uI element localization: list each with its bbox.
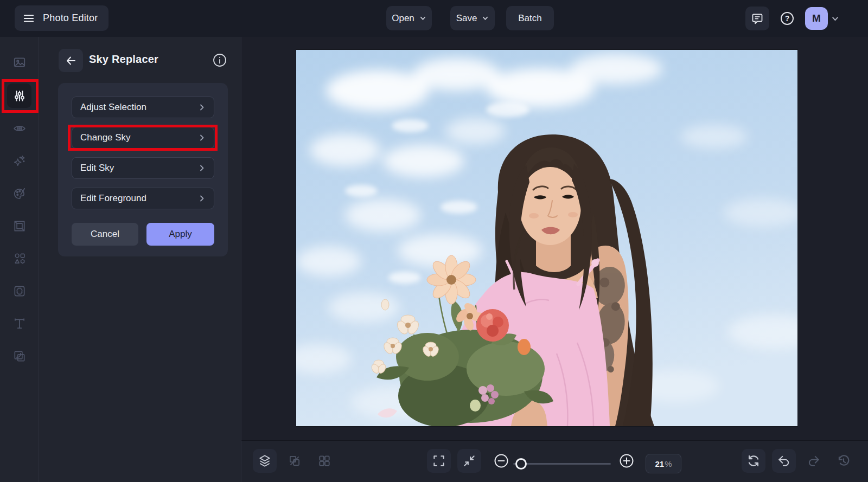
shapes-icon: [12, 252, 27, 266]
main-menu-button[interactable]: Photo Editor: [15, 5, 108, 31]
adjust-selection-item[interactable]: Adjust Selection: [72, 97, 214, 118]
svg-text:?: ?: [785, 14, 790, 23]
zoom-in-icon: [618, 453, 635, 469]
fill-screen-button[interactable]: [457, 449, 481, 473]
photo-editor-app: Photo Editor Open Save Batch ?: [0, 0, 868, 482]
compare-icon: [288, 454, 302, 468]
frame-icon: [12, 219, 27, 233]
open-label: Open: [392, 13, 414, 24]
canvas-image[interactable]: [296, 50, 797, 426]
tool-frame[interactable]: [7, 214, 31, 238]
undo-button[interactable]: [772, 449, 796, 473]
tool-image[interactable]: [7, 50, 31, 74]
help-icon: ?: [779, 10, 795, 27]
chevron-down-icon: [482, 15, 489, 22]
change-sky-label: Change Sky: [80, 132, 131, 143]
batch-label: Batch: [518, 13, 541, 24]
chevron-right-icon: [197, 133, 206, 142]
texture-icon: [12, 284, 27, 298]
feedback-button[interactable]: [745, 7, 769, 30]
preview-compare-button[interactable]: [283, 449, 307, 473]
batch-button[interactable]: Batch: [506, 6, 554, 30]
arrow-left-icon: [65, 54, 78, 67]
edit-foreground-label: Edit Foreground: [80, 193, 146, 204]
palette-icon: [12, 187, 27, 201]
canvas-area: 21%: [241, 37, 868, 482]
overlap-icon: [12, 349, 27, 363]
sky-replacer-panel: Sky Replacer Adjust Selection Change Sky…: [39, 37, 241, 482]
account-menu-chevron[interactable]: [831, 15, 839, 23]
tool-text[interactable]: [7, 311, 31, 336]
avatar-initial: M: [812, 12, 821, 24]
zoom-slider-knob[interactable]: [515, 458, 527, 470]
adjustments-icon: [12, 89, 27, 103]
chevron-down-icon: [419, 15, 426, 22]
edit-sky-label: Edit Sky: [80, 163, 114, 173]
open-button[interactable]: Open: [386, 6, 432, 30]
portrait-photo: [296, 50, 797, 426]
grid-icon: [317, 454, 331, 468]
save-label: Save: [456, 13, 477, 24]
layers-icon: [258, 454, 272, 468]
eye-icon: [12, 121, 27, 136]
history-icon: [837, 454, 851, 468]
hamburger-icon: [22, 12, 35, 25]
sky-replacer-card: Adjust Selection Change Sky Edit Sky Edi…: [58, 83, 228, 256]
fullscreen-icon: [432, 454, 446, 468]
comment-icon: [751, 12, 764, 25]
sparkles-icon: [12, 154, 27, 168]
zoom-out-button[interactable]: [493, 453, 509, 469]
tool-eye[interactable]: [7, 116, 31, 140]
collapse-icon: [462, 454, 476, 468]
topbar: Photo Editor Open Save Batch ?: [0, 0, 868, 37]
tool-arrange[interactable]: [7, 344, 31, 368]
redo-button[interactable]: [802, 449, 826, 473]
edit-foreground-item[interactable]: Edit Foreground: [72, 188, 214, 209]
zoom-slider-track[interactable]: [513, 463, 611, 465]
chevron-right-icon: [197, 164, 206, 172]
tool-filters[interactable]: [7, 279, 31, 303]
back-button[interactable]: [59, 49, 83, 72]
tool-rail: [0, 37, 39, 482]
statusbar: 21%: [241, 440, 868, 482]
chevron-down-icon: [831, 15, 839, 23]
cancel-button[interactable]: Cancel: [72, 223, 138, 246]
fit-screen-button[interactable]: [427, 449, 451, 473]
account-avatar[interactable]: M: [805, 7, 828, 30]
info-button[interactable]: [212, 52, 228, 68]
apply-button[interactable]: Apply: [146, 223, 214, 246]
zoom-in-button[interactable]: [618, 453, 635, 469]
help-button[interactable]: ?: [775, 7, 799, 30]
refresh-icon: [746, 454, 761, 468]
tool-adjustments[interactable]: [7, 83, 31, 108]
app-title: Photo Editor: [43, 12, 98, 24]
info-icon: [212, 53, 227, 68]
adjust-selection-label: Adjust Selection: [80, 102, 146, 113]
history-button[interactable]: [832, 449, 856, 473]
redo-icon: [807, 454, 821, 468]
change-sky-item[interactable]: Change Sky: [72, 127, 214, 149]
chevron-right-icon: [197, 194, 206, 203]
layers-button[interactable]: [253, 449, 277, 473]
undo-icon: [777, 454, 791, 468]
text-icon: [12, 317, 27, 331]
image-icon: [12, 55, 27, 69]
tool-paint[interactable]: [7, 181, 31, 205]
zoom-out-icon: [493, 453, 509, 469]
tool-shapes[interactable]: [7, 246, 31, 271]
zoom-level-value: 21: [655, 459, 664, 468]
reset-button[interactable]: [742, 449, 765, 473]
panel-title: Sky Replacer: [89, 53, 158, 66]
tool-effects[interactable]: [7, 149, 31, 173]
chevron-right-icon: [197, 103, 206, 112]
save-button[interactable]: Save: [450, 6, 495, 30]
zoom-level-field[interactable]: 21%: [646, 454, 681, 473]
grid-view-button[interactable]: [312, 449, 336, 473]
edit-sky-item[interactable]: Edit Sky: [72, 157, 214, 179]
zoom-level-unit: %: [665, 459, 672, 468]
